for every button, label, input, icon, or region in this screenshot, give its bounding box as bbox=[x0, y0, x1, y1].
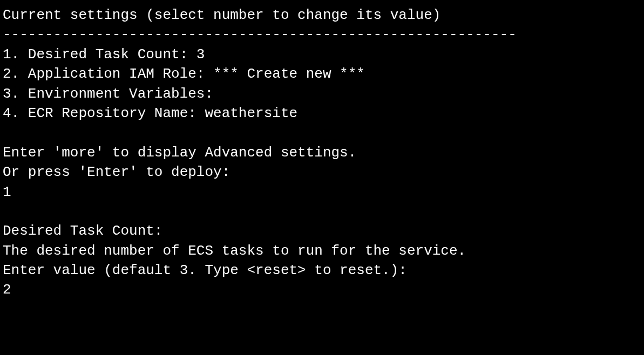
setting-item-4[interactable]: 4. ECR Repository Name: weathersite bbox=[3, 104, 641, 123]
setting-item-2[interactable]: 2. Application IAM Role: *** Create new … bbox=[3, 64, 641, 84]
separator: ----------------------------------------… bbox=[3, 25, 641, 44]
prompt-enter: Or press 'Enter' to deploy: bbox=[3, 162, 641, 182]
setting-item-1[interactable]: 1. Desired Task Count: 3 bbox=[3, 45, 641, 64]
user-input-2[interactable]: 2 bbox=[3, 280, 641, 299]
setting-item-3[interactable]: 3. Environment Variables: bbox=[3, 84, 641, 104]
detail-description: The desired number of ECS tasks to run f… bbox=[3, 241, 641, 261]
prompt-more: Enter 'more' to display Advanced setting… bbox=[3, 143, 641, 162]
blank-line bbox=[3, 123, 641, 142]
header-title: Current settings (select number to chang… bbox=[3, 5, 641, 25]
user-input-1[interactable]: 1 bbox=[3, 182, 641, 202]
enter-value-prompt: Enter value (default 3. Type <reset> to … bbox=[3, 261, 641, 280]
blank-line bbox=[3, 202, 641, 221]
detail-label: Desired Task Count: bbox=[3, 221, 641, 241]
